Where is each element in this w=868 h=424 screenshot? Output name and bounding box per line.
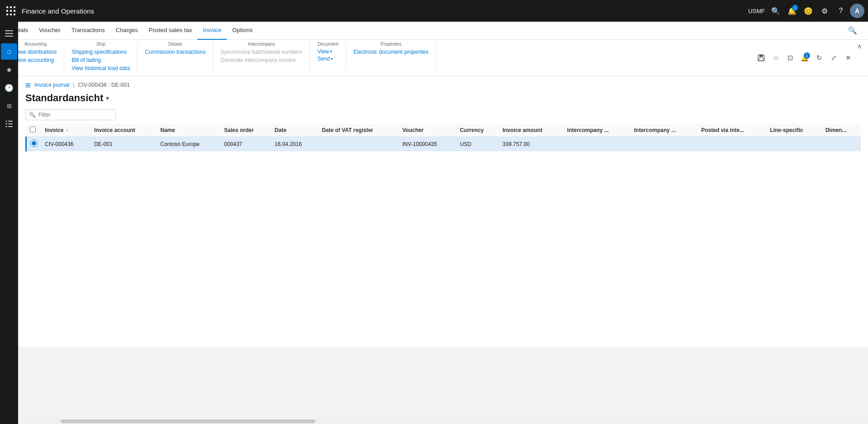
- select-all-checkbox[interactable]: [30, 127, 36, 132]
- app-title: Finance and Operations: [22, 7, 744, 15]
- col-header-intercompany1[interactable]: Intercompany ...: [563, 124, 630, 137]
- ribbon-search-icon[interactable]: 🔍: [844, 24, 861, 37]
- cell-voucher: INV-10000435: [399, 137, 456, 151]
- col-header-invoice[interactable]: Invoice ↑: [41, 124, 91, 137]
- close-icon[interactable]: ✕: [842, 52, 854, 64]
- col-header-checkbox: [26, 124, 42, 137]
- notification-button[interactable]: 🔔 1: [785, 4, 799, 18]
- ribbon-content: Accounting View distributions View accou…: [0, 40, 868, 76]
- tab-invoice[interactable]: Invoice: [197, 22, 227, 40]
- search-button[interactable]: 🔍: [768, 4, 783, 18]
- feedback-button[interactable]: 😊: [801, 4, 816, 18]
- view-title-row: Standardansicht ▾: [25, 92, 861, 104]
- send-chevron-icon: ▾: [331, 57, 333, 61]
- filter-input[interactable]: [25, 109, 116, 120]
- view-historical-load-data-link[interactable]: View historical load data: [72, 65, 130, 72]
- avatar[interactable]: A: [850, 4, 864, 18]
- col-header-intercompany2[interactable]: Intercompany ...: [630, 124, 697, 137]
- view-title: Standardansicht: [25, 92, 103, 104]
- intercompany-items: Synchronize batch/serial numbers Generat…: [220, 48, 302, 64]
- sidebar-item-menu[interactable]: [1, 25, 17, 42]
- send-dropdown[interactable]: Send ▾: [317, 56, 339, 62]
- col-header-sales-order[interactable]: Sales order: [220, 124, 271, 137]
- cell-vat-date: [318, 137, 399, 151]
- ribbon-section-ship: Ship Shipping specifications Bill of lad…: [64, 42, 138, 72]
- tab-transactions[interactable]: Transactions: [66, 22, 110, 40]
- topbar-right: USMF 🔍 🔔 1 😊 ⚙ ? A: [748, 4, 864, 18]
- generate-intercompany-invoice-link: Generate intercompany invoice: [220, 57, 302, 64]
- help-button[interactable]: ?: [834, 4, 848, 18]
- col-header-date[interactable]: Date: [271, 124, 318, 137]
- cell-invoice[interactable]: CIV-000436: [41, 137, 91, 151]
- commission-transactions-link[interactable]: Commission transactions: [145, 48, 205, 56]
- ribbon-section-details: Details Commission transactions: [138, 42, 213, 72]
- col-header-invoice-account[interactable]: Invoice account: [91, 124, 157, 137]
- main-content: ⊞ Invoice journal | CIV-000436 : DE-001 …: [18, 76, 868, 347]
- shipping-specifications-link[interactable]: Shipping specifications: [72, 48, 130, 56]
- app-grid-icon[interactable]: [4, 4, 18, 18]
- document-items: View ▾ Send ▾: [317, 48, 339, 62]
- col-header-voucher[interactable]: Voucher: [399, 124, 456, 137]
- cell-dimen: [822, 137, 861, 151]
- view-title-chevron-icon[interactable]: ▾: [106, 94, 109, 102]
- cell-intercompany1: [563, 137, 630, 151]
- view-label: View: [317, 48, 329, 55]
- sidebar-item-favorites[interactable]: ★: [1, 61, 17, 78]
- cell-name[interactable]: Contoso Europe: [157, 137, 220, 151]
- view-chevron-icon: ▾: [330, 49, 332, 54]
- settings-button[interactable]: ⚙: [817, 4, 832, 18]
- sort-arrow-invoice: ↑: [66, 128, 68, 133]
- notification-panel-icon[interactable]: 🔔 1: [798, 52, 811, 64]
- tab-posted-sales-tax[interactable]: Posted sales tax: [143, 22, 197, 40]
- filter-bar: 🔍: [25, 109, 861, 120]
- col-header-name[interactable]: Name: [157, 124, 220, 137]
- breadcrumb-parent[interactable]: Invoice journal: [34, 82, 69, 88]
- ribbon-collapse-button[interactable]: ∧: [854, 42, 864, 51]
- breadcrumb-current: CIV-000436 : DE-001: [78, 82, 130, 88]
- tab-voucher[interactable]: Voucher: [33, 22, 66, 40]
- bill-of-lading-link[interactable]: Bill of lading: [72, 57, 130, 64]
- cell-line-specific: [766, 137, 822, 151]
- save-to-file-icon[interactable]: [755, 52, 768, 64]
- svg-rect-5: [5, 36, 13, 37]
- ribbon-section-properties: Properties Electronic document propertie…: [346, 42, 436, 72]
- sidebar: ⌂ ★ 🕐 ⊞: [0, 22, 18, 347]
- electronic-document-properties-link[interactable]: Electronic document properties: [353, 48, 428, 56]
- accounting-items: View distributions View accounting: [14, 48, 57, 64]
- col-header-invoice-amount[interactable]: Invoice amount: [499, 124, 563, 137]
- properties-items: Electronic document properties: [353, 48, 428, 56]
- expand-icon[interactable]: ⤢: [827, 52, 840, 64]
- row-checkbox-cell: [26, 137, 42, 151]
- col-header-line-specific[interactable]: Line-specific: [766, 124, 822, 137]
- tab-options[interactable]: Options: [227, 22, 258, 40]
- table-row[interactable]: CIV-000436 DE-001 Contoso Europe 000437 …: [26, 137, 861, 151]
- breadcrumb-filter-icon[interactable]: ⊞: [25, 81, 31, 89]
- col-header-vat-date[interactable]: Date of VAT register: [318, 124, 399, 137]
- split-view-icon[interactable]: ⊡: [784, 52, 796, 64]
- refresh-icon[interactable]: ↻: [813, 52, 825, 64]
- col-header-dimen[interactable]: Dimen...: [822, 124, 861, 137]
- tab-charges[interactable]: Charges: [110, 22, 143, 40]
- sidebar-item-recent[interactable]: 🕐: [1, 80, 17, 96]
- view-distributions-link[interactable]: View distributions: [14, 48, 57, 56]
- cell-intercompany2: [630, 137, 697, 151]
- view-accounting-link[interactable]: View accounting: [14, 57, 57, 64]
- svg-rect-8: [5, 123, 7, 124]
- col-header-currency[interactable]: Currency: [456, 124, 499, 137]
- ribbon-section-title-accounting: Accounting: [14, 42, 57, 47]
- sidebar-item-workspaces[interactable]: ⊞: [1, 98, 17, 114]
- view-dropdown[interactable]: View ▾: [317, 48, 339, 55]
- table-body: CIV-000436 DE-001 Contoso Europe 000437 …: [26, 137, 861, 151]
- svg-rect-10: [5, 126, 7, 127]
- sidebar-item-home[interactable]: ⌂: [1, 43, 17, 60]
- row-radio[interactable]: [30, 140, 38, 147]
- ribbon-tabs: Totals Voucher Transactions Charges Post…: [0, 22, 868, 40]
- ribbon-notif-badge: 1: [804, 52, 810, 59]
- star-icon[interactable]: ☆: [769, 52, 782, 64]
- sync-batch-serial-link: Synchronize batch/serial numbers: [220, 48, 302, 56]
- sidebar-item-list[interactable]: [1, 116, 17, 132]
- svg-rect-9: [8, 123, 13, 124]
- col-header-posted-via[interactable]: Posted via inte...: [697, 124, 766, 137]
- cell-invoice-account[interactable]: DE-001: [91, 137, 157, 151]
- ship-items: Shipping specifications Bill of lading V…: [72, 48, 130, 72]
